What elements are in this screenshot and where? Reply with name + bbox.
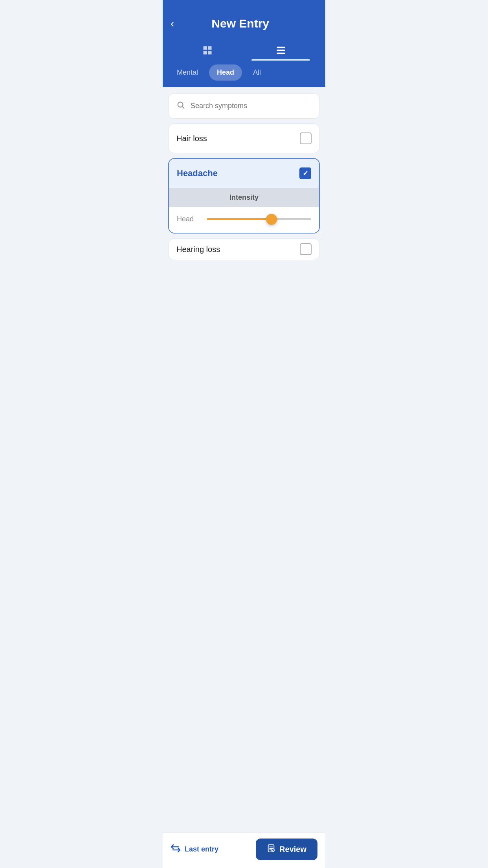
tab-grid[interactable] xyxy=(171,41,244,61)
list-icon xyxy=(275,45,286,56)
cat-tab-all[interactable]: All xyxy=(245,64,269,81)
cat-tab-head[interactable]: Head xyxy=(209,64,242,81)
symptom-label-hearing-loss: Hearing loss xyxy=(176,245,220,254)
list-item-hair-loss: Hair loss xyxy=(168,123,320,153)
intensity-header: Intensity xyxy=(169,188,319,207)
grid-icon xyxy=(202,45,213,56)
list-item-headache: Headache Intensity Head xyxy=(168,158,320,234)
intensity-slider[interactable] xyxy=(207,218,311,220)
svg-rect-6 xyxy=(277,53,285,54)
svg-rect-1 xyxy=(208,46,211,50)
search-icon xyxy=(176,101,185,111)
page-title: New Entry xyxy=(179,17,317,30)
back-button[interactable]: ‹ xyxy=(171,16,179,31)
headache-header: Headache xyxy=(169,159,319,188)
checkbox-hearing-loss[interactable] xyxy=(300,243,312,255)
intensity-title: Intensity xyxy=(229,193,259,201)
header: ‹ New Entry xyxy=(163,0,325,61)
checkbox-headache[interactable] xyxy=(299,167,311,179)
slider-row: Head xyxy=(169,207,319,233)
header-top: ‹ New Entry xyxy=(171,16,317,38)
search-input[interactable] xyxy=(191,102,312,110)
svg-rect-3 xyxy=(208,51,211,54)
slider-thumb[interactable] xyxy=(266,214,277,225)
checkbox-hair-loss[interactable] xyxy=(300,132,312,144)
symptom-label-headache: Headache xyxy=(177,168,218,178)
svg-rect-5 xyxy=(277,50,285,51)
svg-rect-2 xyxy=(203,51,207,54)
tab-list[interactable] xyxy=(244,41,317,61)
category-tabs: Mental Head All xyxy=(163,61,325,87)
svg-line-8 xyxy=(182,107,184,108)
svg-rect-4 xyxy=(277,47,285,48)
search-box xyxy=(168,93,320,119)
content: Hair loss Headache Intensity Head Hearin… xyxy=(163,87,325,296)
view-toggle xyxy=(171,38,317,61)
symptom-label-hair-loss: Hair loss xyxy=(176,134,207,143)
slider-label: Head xyxy=(177,215,200,223)
cat-tab-mental[interactable]: Mental xyxy=(169,64,206,81)
list-item-hearing-loss: Hearing loss xyxy=(168,238,320,260)
svg-rect-0 xyxy=(203,46,207,50)
